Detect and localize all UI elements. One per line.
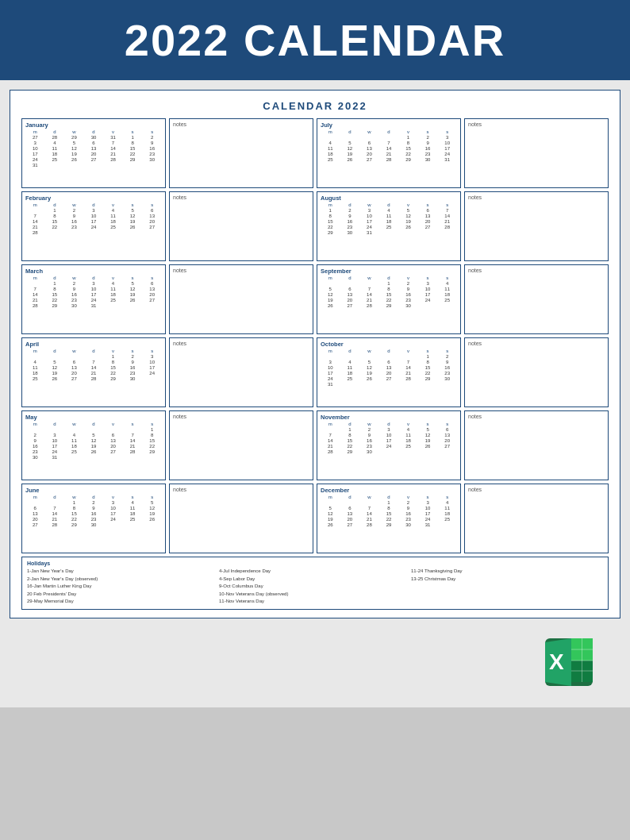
- notes-label: notes: [173, 121, 309, 127]
- page-content: CALENDAR 2022 Januarymdwdvss272829303112…: [0, 80, 630, 707]
- month-box-july: Julymdwdvss12345678910111213141516171819…: [317, 118, 461, 188]
- notes-box-july: notes: [464, 118, 609, 188]
- notes-box-february: notes: [169, 191, 313, 261]
- notes-box-october: notes: [464, 337, 609, 407]
- month-box-november: Novembermdwdvss1234567891011121314151617…: [317, 410, 461, 480]
- notes-label: notes: [173, 414, 309, 419]
- holiday-item: 2-Jan New Year's Day (observed): [27, 576, 219, 584]
- notes-label: notes: [468, 268, 605, 273]
- holidays-section: Holidays 1-Jan New Year's Day2-Jan New Y…: [21, 557, 609, 610]
- calendar-sheet: CALENDAR 2022 Januarymdwdvss272829303112…: [10, 90, 620, 618]
- notes-label: notes: [468, 487, 605, 492]
- notes-box-june: notes: [169, 484, 313, 553]
- holiday-item: 9-Oct Columbus Day: [219, 583, 411, 591]
- month-box-march: Marchmdwdvss1234567891011121314151617181…: [21, 264, 166, 334]
- month-name: July: [321, 121, 457, 129]
- notes-label: notes: [468, 121, 605, 127]
- notes-box-march: notes: [169, 264, 313, 334]
- month-name: June: [25, 487, 162, 494]
- holiday-item: 20 Feb Presidents' Day: [27, 591, 219, 599]
- holidays-col-3: 11-24 Thanksgiving Day13-25 Christmas Da…: [411, 568, 603, 606]
- month-box-january: Januarymdwdvss27282930311234567891011121…: [21, 118, 166, 188]
- notes-box-april: notes: [169, 337, 313, 407]
- holiday-item: 16-Jan Martin Luther King Day: [27, 583, 219, 591]
- notes-label: notes: [173, 268, 309, 273]
- excel-icon-area: X: [10, 618, 620, 698]
- holiday-item: 4-Jul Independence Day: [219, 568, 411, 576]
- month-name: August: [321, 195, 457, 202]
- excel-icon: X: [541, 634, 597, 690]
- holiday-item: 1-Jan New Year's Day: [27, 568, 219, 576]
- month-name: November: [321, 414, 457, 421]
- calendar-grid: Januarymdwdvss27282930311234567891011121…: [21, 118, 609, 553]
- calendar-title: CALENDAR 2022: [21, 100, 609, 112]
- holiday-item: 11-Nov Veterans Day: [219, 598, 411, 606]
- holidays-col-2: 4-Jul Independence Day4-Sep Labor Day9-O…: [219, 568, 411, 606]
- notes-label: notes: [468, 341, 605, 346]
- notes-box-september: notes: [464, 264, 609, 334]
- month-box-october: Octobermdwdvss12345678910111213141516171…: [317, 337, 461, 407]
- notes-label: notes: [173, 195, 309, 200]
- svg-text:X: X: [549, 649, 564, 674]
- month-name: September: [321, 268, 457, 275]
- page-title: 2022 CALENDAR: [16, 14, 614, 66]
- notes-label: notes: [468, 195, 605, 200]
- month-name: April: [25, 341, 162, 348]
- notes-box-december: notes: [464, 484, 609, 553]
- notes-box-november: notes: [464, 410, 609, 480]
- month-name: March: [25, 268, 162, 275]
- holiday-item: 29-May Memorial Day: [27, 598, 219, 606]
- holidays-title: Holidays: [27, 561, 603, 566]
- holiday-item: 11-24 Thanksgiving Day: [411, 568, 603, 576]
- month-box-september: Septembermdwdvss123456789101112131415161…: [317, 264, 461, 334]
- month-name: May: [25, 414, 162, 421]
- notes-box-may: notes: [169, 410, 313, 480]
- notes-label: notes: [173, 487, 309, 492]
- holiday-item: 10-Nov Veterans Day (observed): [219, 591, 411, 599]
- month-name: January: [25, 121, 162, 129]
- holiday-item: 13-25 Christmas Day: [411, 576, 603, 584]
- notes-label: notes: [173, 341, 309, 346]
- holiday-item: 4-Sep Labor Day: [219, 576, 411, 584]
- month-box-june: Junemdwdvss12345678910111213141516171819…: [21, 484, 166, 553]
- month-name: February: [25, 195, 162, 202]
- month-box-april: Aprilmdwdvss1234567891011121314151617181…: [21, 337, 166, 407]
- notes-box-january: notes: [169, 118, 313, 188]
- month-box-august: Augustmdwdvss123456789101112131415161718…: [317, 191, 461, 261]
- month-box-december: Decembermdwdvss1234567891011121314151617…: [317, 484, 461, 553]
- holidays-grid: 1-Jan New Year's Day2-Jan New Year's Day…: [27, 568, 603, 606]
- month-box-february: Februarymdwdvss1234567891011121314151617…: [21, 191, 166, 261]
- notes-label: notes: [468, 414, 605, 419]
- holidays-col-1: 1-Jan New Year's Day2-Jan New Year's Day…: [27, 568, 219, 606]
- month-name: December: [321, 487, 457, 494]
- notes-box-august: notes: [464, 191, 609, 261]
- header: 2022 CALENDAR: [0, 0, 630, 80]
- month-name: October: [321, 341, 457, 348]
- month-box-may: Maymdwdvss123456789101112131415161718192…: [21, 410, 166, 480]
